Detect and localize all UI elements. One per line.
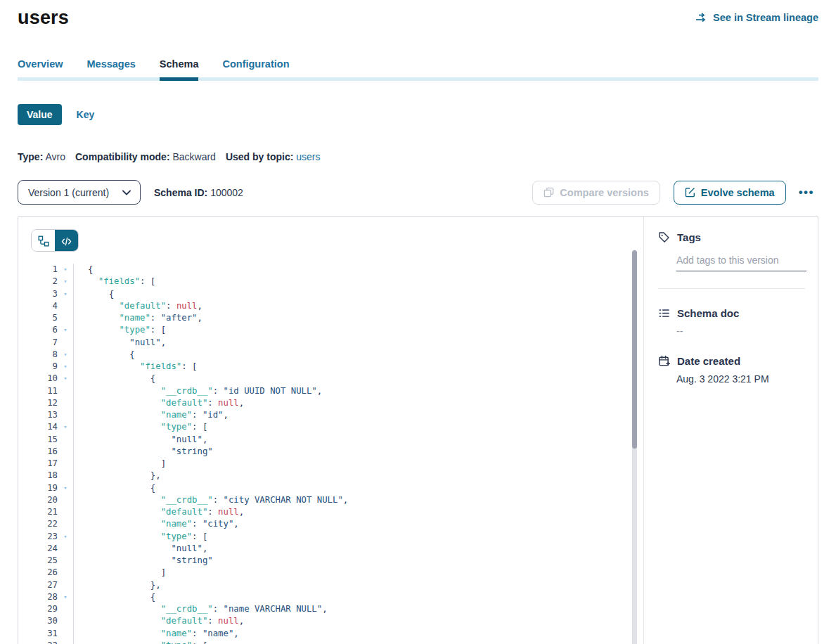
code-line: 3▾ { <box>31 288 643 300</box>
compatibility-value: Backward <box>172 151 215 162</box>
code-line: 13 "name": "id", <box>31 409 643 421</box>
fold-spacer <box>58 312 73 324</box>
tab-schema[interactable]: Schema <box>160 58 199 81</box>
compatibility-mode: Compatibility mode: Backward <box>75 151 216 162</box>
collapse-arrow-icon[interactable]: ▾ <box>58 276 73 288</box>
collapse-arrow-icon[interactable]: ▾ <box>58 482 73 494</box>
code-line: 10▾ { <box>31 373 643 385</box>
value-toggle-button[interactable]: Value <box>18 104 62 125</box>
schema-doc-value: -- <box>676 326 805 337</box>
tab-messages[interactable]: Messages <box>87 58 136 81</box>
collapse-arrow-icon[interactable]: ▾ <box>58 421 73 433</box>
schema-id-label: Schema ID: <box>154 187 207 198</box>
tags-section-heading: Tags <box>658 231 805 243</box>
collapse-arrow-icon[interactable]: ▾ <box>58 349 73 361</box>
line-number: 8 <box>31 349 58 361</box>
line-number: 21 <box>31 506 58 518</box>
code-line: 15 "null", <box>31 434 643 446</box>
sidebar-divider <box>658 288 805 289</box>
tags-title: Tags <box>677 231 701 243</box>
collapse-arrow-icon[interactable]: ▾ <box>58 640 73 644</box>
code-view-button[interactable] <box>55 230 78 252</box>
view-mode-toggle <box>31 229 79 252</box>
schema-code-panel: 1▾{2▾ "fields": [3▾ {4 "default": null,5… <box>18 217 643 644</box>
line-number: 27 <box>31 579 58 591</box>
line-number: 24 <box>31 543 58 555</box>
code-text: "string" <box>73 555 643 567</box>
fold-spacer <box>58 458 73 470</box>
evolve-schema-button[interactable]: Evolve schema <box>674 181 786 205</box>
fold-spacer <box>58 470 73 482</box>
collapse-arrow-icon[interactable]: ▾ <box>58 264 73 276</box>
code-text: "fields": [ <box>73 361 643 373</box>
code-text: "__crdb__": "city VARCHAR NOT NULL", <box>73 494 643 506</box>
more-options-button[interactable]: ••• <box>795 186 818 200</box>
code-scrollbar-track <box>632 250 637 644</box>
collapse-arrow-icon[interactable]: ▾ <box>58 288 73 300</box>
line-number: 29 <box>31 603 58 615</box>
schema-doc-title: Schema doc <box>677 307 739 319</box>
version-select[interactable]: Version 1 (current) <box>18 180 141 205</box>
fold-spacer <box>58 567 73 579</box>
line-number: 15 <box>31 434 58 446</box>
chevron-down-icon <box>122 190 131 195</box>
code-scrollbar-thumb[interactable] <box>632 250 637 449</box>
code-line: 5 "name": "after", <box>31 312 643 324</box>
code-text: ] <box>73 567 643 579</box>
collapse-arrow-icon[interactable]: ▾ <box>58 324 73 336</box>
key-toggle-button[interactable]: Key <box>77 109 95 120</box>
line-number: 17 <box>31 458 58 470</box>
code-text: "name": "name", <box>73 628 643 640</box>
see-in-stream-lineage-label: See in Stream lineage <box>713 12 818 23</box>
line-number: 5 <box>31 312 58 324</box>
line-number: 10 <box>31 373 58 385</box>
tree-view-button[interactable] <box>32 230 55 252</box>
code-text: "fields": [ <box>73 276 643 288</box>
see-in-stream-lineage-link[interactable]: See in Stream lineage <box>695 12 818 23</box>
type-value: Avro <box>45 151 65 162</box>
fold-spacer <box>58 518 73 530</box>
code-line: 23▾ "type": [ <box>31 531 643 543</box>
collapse-arrow-icon[interactable]: ▾ <box>58 591 73 603</box>
code-text: "null", <box>73 543 643 555</box>
fold-spacer <box>58 555 73 567</box>
line-number: 7 <box>31 337 58 349</box>
line-number: 28 <box>31 591 58 603</box>
add-tags-input[interactable] <box>676 255 806 271</box>
value-key-toggle: Value Key <box>18 104 818 125</box>
stream-lineage-icon <box>695 13 708 22</box>
code-line: 27 }, <box>31 579 643 591</box>
code-text: }, <box>73 579 643 591</box>
code-text: "__crdb__": "id UUID NOT NULL", <box>73 385 643 397</box>
code-line: 30 "default": null, <box>31 615 643 627</box>
date-created-value: Aug. 3 2022 3:21 PM <box>676 373 805 385</box>
fold-spacer <box>58 506 73 518</box>
list-icon <box>658 307 670 319</box>
line-number: 9 <box>31 361 58 373</box>
code-text: { <box>73 591 643 603</box>
code-line: 26 ] <box>31 567 643 579</box>
topic-link[interactable]: users <box>296 151 320 162</box>
collapse-arrow-icon[interactable]: ▾ <box>58 373 73 385</box>
code-text: { <box>73 373 643 385</box>
line-number: 16 <box>31 446 58 458</box>
tab-configuration[interactable]: Configuration <box>222 58 289 81</box>
collapse-arrow-icon[interactable]: ▾ <box>58 361 73 373</box>
fold-spacer <box>58 385 73 397</box>
code-line: 22 "name": "city", <box>31 518 643 530</box>
used-by-topic-label: Used by topic: <box>226 151 293 162</box>
code-text: "string" <box>73 446 643 458</box>
tab-overview[interactable]: Overview <box>18 58 63 81</box>
line-number: 22 <box>31 518 58 530</box>
code-line: 8▾ { <box>31 349 643 361</box>
collapse-arrow-icon[interactable]: ▾ <box>58 531 73 543</box>
line-number: 30 <box>31 615 58 627</box>
date-created-section: Date created Aug. 3 2022 3:21 PM <box>658 355 805 385</box>
compare-versions-label: Compare versions <box>560 187 649 198</box>
code-line: 1▾{ <box>31 264 643 276</box>
line-number: 25 <box>31 555 58 567</box>
code-text: { <box>73 264 643 276</box>
code-line: 12 "default": null, <box>31 397 643 409</box>
fold-spacer <box>58 603 73 615</box>
code-line: 14▾ "type": [ <box>31 421 643 433</box>
